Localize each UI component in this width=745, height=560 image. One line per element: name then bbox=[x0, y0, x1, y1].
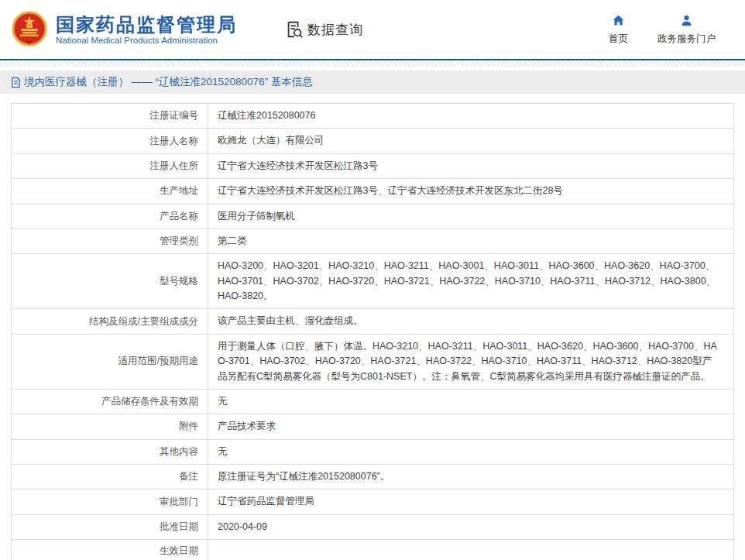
table-row: 其他内容 无 bbox=[12, 439, 734, 464]
page: 国家药品监督管理局 National Medical Products Admi… bbox=[0, 0, 745, 560]
row-value: 原注册证号为“辽械注准20152080076”。 bbox=[208, 465, 734, 490]
brand-block: 国家药品监督管理局 National Medical Products Admi… bbox=[56, 14, 237, 46]
site-header: 国家药品监督管理局 National Medical Products Admi… bbox=[0, 0, 745, 59]
row-value: 无 bbox=[208, 389, 734, 414]
table-row: 注册证编号 辽械注准20152080076 bbox=[12, 104, 734, 129]
table-row: 产品名称 医用分子筛制氧机 bbox=[12, 204, 734, 228]
nav-portal[interactable]: 政务服务门户 bbox=[657, 14, 716, 46]
site-subtitle: National Medical Products Administration bbox=[56, 36, 237, 45]
user-icon bbox=[680, 14, 693, 30]
table-row: 批准日期 2020-04-09 bbox=[12, 514, 734, 539]
hatch-strip bbox=[0, 60, 745, 67]
table-row: 注册人住所 辽宁省大连经济技术开发区松江路3号 bbox=[12, 153, 734, 178]
registration-table-wrap: 注册证编号 辽械注准20152080076 注册人名称 欧姆龙（大连）有限公司 … bbox=[0, 94, 745, 560]
row-label: 审批部门 bbox=[12, 490, 208, 514]
row-label: 其他内容 bbox=[12, 439, 208, 464]
site-title: 国家药品监督管理局 bbox=[56, 14, 237, 36]
nav-home-label: 首页 bbox=[609, 33, 628, 46]
table-row: 型号规格 HAO-3200、HAO-3201、HAO-3210、HAO-3211… bbox=[12, 254, 734, 309]
row-label: 型号规格 bbox=[12, 254, 208, 309]
row-value bbox=[208, 540, 734, 560]
table-row: 审批部门 辽宁省药品监督管理局 bbox=[12, 490, 734, 514]
table-row: 产品储存条件及有效期 无 bbox=[12, 389, 734, 414]
table-row: 注册人名称 欧姆龙（大连）有限公司 bbox=[12, 129, 734, 153]
row-label: 管理类别 bbox=[12, 228, 208, 253]
row-label: 备注 bbox=[12, 465, 208, 490]
row-value: 产品技术要求 bbox=[208, 414, 734, 439]
row-value: 辽宁省药品监督管理局 bbox=[208, 490, 734, 514]
row-value: 欧姆龙（大连）有限公司 bbox=[208, 129, 734, 153]
registration-table: 注册证编号 辽械注准20152080076 注册人名称 欧姆龙（大连）有限公司 … bbox=[11, 103, 734, 560]
row-label: 结构及组成/主要组成成分 bbox=[12, 309, 208, 334]
document-icon bbox=[11, 77, 21, 88]
row-value: 辽宁省大连经济技术开发区松江路3号、辽宁省大连经济技术开发区东北二街28号 bbox=[208, 179, 734, 204]
row-value: 用于测量人体（口腔、腋下）体温。HAO-3210、HAO-3211、HAO-30… bbox=[208, 334, 734, 389]
row-label: 批准日期 bbox=[12, 514, 208, 539]
row-label: 注册人名称 bbox=[12, 129, 208, 153]
row-value: 无 bbox=[208, 439, 734, 464]
table-row: 管理类别 第二类 bbox=[12, 228, 734, 253]
row-value: 2020-04-09 bbox=[208, 514, 734, 539]
national-emblem-logo bbox=[11, 11, 48, 48]
table-row: 生产地址 辽宁省大连经济技术开发区松江路3号、辽宁省大连经济技术开发区东北二街2… bbox=[12, 179, 734, 204]
row-value: 辽械注准20152080076 bbox=[208, 104, 734, 129]
table-row: 适用范围/预期用途 用于测量人体（口腔、腋下）体温。HAO-3210、HAO-3… bbox=[12, 334, 734, 389]
row-value: 第二类 bbox=[208, 228, 734, 253]
row-label: 产品名称 bbox=[12, 204, 208, 228]
row-label: 适用范围/预期用途 bbox=[12, 334, 208, 389]
row-label: 附件 bbox=[12, 414, 208, 439]
row-label: 产品储存条件及有效期 bbox=[12, 389, 208, 414]
breadcrumb: 境内医疗器械（注册） —— “辽械注准20152080076” 基本信息 bbox=[24, 75, 313, 89]
row-value: 该产品主要由主机、湿化壶组成。 bbox=[208, 309, 734, 334]
data-query-section[interactable]: 数据查询 bbox=[285, 20, 363, 39]
table-row: 附件 产品技术要求 bbox=[12, 414, 734, 439]
header-nav: 首页 政务服务门户 bbox=[609, 14, 734, 46]
table-row: 结构及组成/主要组成成分 该产品主要由主机、湿化壶组成。 bbox=[12, 309, 734, 334]
row-label: 注册人住所 bbox=[12, 153, 208, 178]
data-query-icon bbox=[285, 20, 304, 39]
row-label: 生产地址 bbox=[12, 179, 208, 204]
nav-portal-label: 政务服务门户 bbox=[657, 33, 716, 46]
row-label: 生效日期 bbox=[12, 540, 208, 560]
nav-home[interactable]: 首页 bbox=[609, 14, 628, 46]
table-row: 生效日期 bbox=[12, 540, 734, 560]
table-row: 备注 原注册证号为“辽械注准20152080076”。 bbox=[12, 465, 734, 490]
row-value: 医用分子筛制氧机 bbox=[208, 204, 734, 228]
row-label: 注册证编号 bbox=[12, 104, 208, 129]
data-query-label: 数据查询 bbox=[307, 21, 363, 39]
row-value: HAO-3200、HAO-3201、HAO-3210、HAO-3211、HAO-… bbox=[208, 254, 734, 309]
row-value: 辽宁省大连经济技术开发区松江路3号 bbox=[208, 153, 734, 178]
home-icon bbox=[612, 14, 625, 30]
breadcrumb-bar: 境内医疗器械（注册） —— “辽械注准20152080076” 基本信息 bbox=[0, 70, 745, 94]
